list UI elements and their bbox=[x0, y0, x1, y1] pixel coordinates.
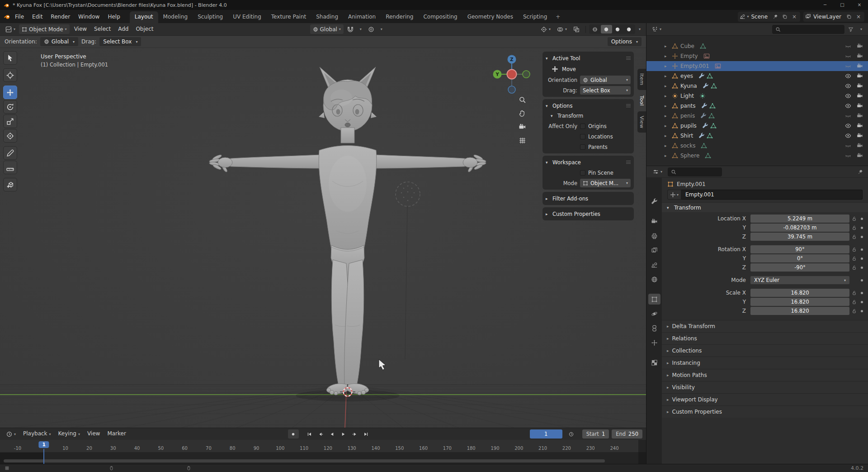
animate-toggle[interactable] bbox=[859, 267, 865, 269]
tool-rotate[interactable] bbox=[3, 100, 17, 114]
pin-id-button[interactable] bbox=[856, 168, 864, 176]
hide-in-viewport-toggle[interactable] bbox=[843, 43, 853, 49]
expand-icon[interactable]: ▸ bbox=[665, 84, 670, 88]
orientation-dropdown[interactable]: Global ▾ bbox=[40, 37, 78, 46]
timeline-editor-type-button[interactable]: ▾ bbox=[4, 430, 19, 438]
properties-tab-view-layer[interactable] bbox=[648, 245, 660, 256]
lock-toggle[interactable] bbox=[849, 291, 859, 296]
lock-toggle[interactable] bbox=[849, 247, 859, 252]
properties-editor-type-button[interactable]: ▾ bbox=[650, 168, 665, 176]
new-view-layer-button[interactable] bbox=[845, 13, 853, 21]
scene-selector[interactable]: ▾ Scene × bbox=[738, 12, 800, 22]
panel-header-filter-addons[interactable]: ▸ Filter Add-ons bbox=[546, 193, 631, 204]
outliner-row-pupils[interactable]: ▸pupils bbox=[646, 121, 868, 131]
hide-in-viewport-toggle[interactable] bbox=[843, 143, 853, 149]
outliner-row-eyes[interactable]: ▸eyes bbox=[646, 71, 868, 81]
workspace-tab-animation[interactable]: Animation bbox=[343, 11, 381, 23]
hide-in-viewport-toggle[interactable] bbox=[843, 133, 853, 139]
axis-z-neg-ball[interactable] bbox=[508, 86, 515, 93]
hide-in-viewport-toggle[interactable] bbox=[843, 103, 853, 109]
outliner-search-input[interactable] bbox=[772, 25, 844, 34]
editor-type-button[interactable]: ▾ bbox=[3, 25, 18, 33]
transform-orientation-dropdown[interactable]: Global ▾ bbox=[310, 24, 344, 34]
object-name-field[interactable]: Empty.001 bbox=[681, 190, 863, 200]
location-x-value-field[interactable]: 5.2249 m bbox=[750, 215, 849, 223]
panel-motion-paths[interactable]: ▸Motion Paths bbox=[662, 369, 868, 381]
menu-file[interactable]: File bbox=[11, 10, 28, 23]
panel-transform-header[interactable]: ▾ Transform bbox=[662, 202, 868, 212]
options-dropdown[interactable]: Options ▾ bbox=[608, 37, 642, 46]
outliner-row-penis[interactable]: ▸penis bbox=[646, 111, 868, 121]
tool-move[interactable] bbox=[3, 86, 17, 99]
disable-in-renders-toggle[interactable] bbox=[855, 73, 864, 79]
hide-in-viewport-toggle[interactable] bbox=[843, 113, 853, 119]
axis-x-ball[interactable] bbox=[507, 70, 517, 79]
properties-tab-output[interactable] bbox=[648, 230, 660, 241]
panel-header-transform[interactable]: ▾ Transform bbox=[546, 111, 631, 121]
hide-in-viewport-toggle[interactable] bbox=[843, 63, 853, 69]
checkbox[interactable] bbox=[580, 170, 585, 176]
workspace-mode-dropdown[interactable]: Object M... ▾ bbox=[580, 179, 631, 187]
view-layer-selector[interactable]: ViewLayer × bbox=[803, 12, 864, 22]
animate-toggle[interactable] bbox=[859, 227, 865, 229]
play-reverse-button[interactable] bbox=[327, 429, 338, 439]
y-value-field[interactable]: 0° bbox=[750, 254, 849, 262]
menu-render[interactable]: Render bbox=[47, 10, 74, 23]
animate-toggle[interactable] bbox=[859, 292, 865, 294]
outliner-row-socks[interactable]: ▸socks bbox=[646, 141, 868, 151]
outliner-row-light[interactable]: ▸Light bbox=[646, 91, 868, 101]
play-button[interactable] bbox=[338, 429, 349, 439]
timeline-ruler[interactable]: -101020304050607080901001101201301401501… bbox=[0, 440, 646, 453]
outliner-filter-button[interactable] bbox=[847, 25, 855, 33]
expand-icon[interactable]: ▸ bbox=[665, 54, 670, 58]
shading-wireframe-button[interactable] bbox=[590, 25, 601, 33]
viewport-menu-view[interactable]: View bbox=[71, 23, 90, 35]
disable-in-renders-toggle[interactable] bbox=[855, 143, 864, 149]
toggle-pin-scene[interactable]: Pin Scene bbox=[580, 170, 613, 176]
lock-toggle[interactable] bbox=[849, 300, 859, 305]
outliner-options-button[interactable]: ▾ bbox=[857, 25, 865, 33]
viewport-3d[interactable]: User Perspective (1) Collection | Empty.… bbox=[0, 48, 646, 428]
disable-in-renders-toggle[interactable] bbox=[855, 113, 864, 119]
animate-toggle[interactable] bbox=[859, 248, 865, 251]
browse-object-button[interactable]: ▾ bbox=[667, 190, 681, 200]
expand-icon[interactable]: ▸ bbox=[665, 64, 670, 68]
lock-toggle[interactable] bbox=[849, 225, 859, 230]
lock-toggle[interactable] bbox=[849, 265, 859, 270]
current-frame-field[interactable]: 1 bbox=[530, 429, 562, 439]
panel-header-options[interactable]: ▾ Options bbox=[546, 100, 631, 111]
pan-button[interactable] bbox=[519, 110, 526, 117]
outliner-row-cube[interactable]: ▸Cube bbox=[646, 41, 868, 51]
expand-icon[interactable]: ▸ bbox=[665, 133, 670, 138]
lock-toggle[interactable] bbox=[849, 216, 859, 221]
disable-in-renders-toggle[interactable] bbox=[855, 93, 864, 99]
toggle-ortho-button[interactable] bbox=[519, 137, 526, 144]
blender-menu-button[interactable] bbox=[3, 13, 11, 21]
panel-drag-dropdown[interactable]: Select Box ▾ bbox=[580, 86, 631, 95]
workspace-tab-geometry-nodes[interactable]: Geometry Nodes bbox=[462, 11, 518, 23]
outliner-row-empty-001[interactable]: ▸Empty.001 bbox=[646, 61, 868, 71]
disable-in-renders-toggle[interactable] bbox=[855, 133, 864, 139]
properties-tab-constraints[interactable] bbox=[648, 323, 660, 334]
jump-end-button[interactable] bbox=[361, 429, 372, 439]
tool-measure[interactable] bbox=[3, 161, 17, 174]
z-value-field[interactable]: -90° bbox=[750, 263, 849, 272]
animate-toggle[interactable] bbox=[859, 301, 865, 303]
jump-start-button[interactable] bbox=[304, 429, 315, 439]
expand-icon[interactable]: ▸ bbox=[665, 44, 670, 48]
workspace-tab-layout[interactable]: Layout bbox=[130, 11, 158, 23]
drag-dropdown[interactable]: Select Box ▾ bbox=[99, 37, 141, 46]
pin-scene-button[interactable] bbox=[771, 13, 779, 21]
lock-toggle[interactable] bbox=[849, 256, 859, 261]
next-keyframe-button[interactable] bbox=[349, 429, 360, 439]
properties-search-input[interactable] bbox=[668, 167, 722, 176]
axis-y-neg-ball[interactable] bbox=[523, 71, 530, 78]
playhead[interactable]: 1 bbox=[38, 441, 49, 448]
hide-in-viewport-toggle[interactable] bbox=[843, 93, 853, 99]
region-tab-item[interactable]: Item bbox=[637, 69, 646, 90]
timeline-body[interactable]: -101020304050607080901001101201301401501… bbox=[0, 440, 646, 464]
tool-add-cube[interactable] bbox=[3, 178, 17, 191]
hide-in-viewport-toggle[interactable] bbox=[843, 123, 853, 129]
tool-select-box[interactable] bbox=[3, 51, 17, 65]
menu-window[interactable]: Window bbox=[74, 10, 104, 23]
